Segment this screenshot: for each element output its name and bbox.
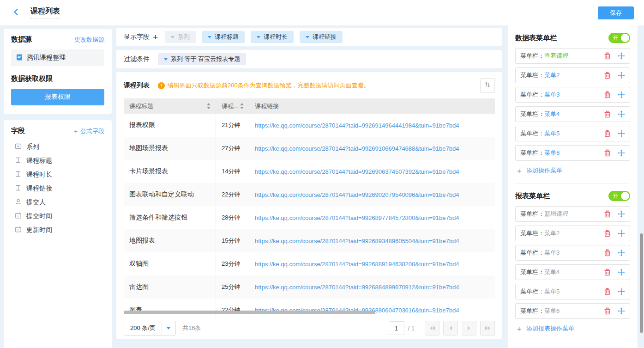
- course-link[interactable]: https://ke.qq.com/course/2870144?taid=99…: [249, 252, 495, 275]
- move-icon[interactable]: [618, 230, 625, 237]
- move-icon[interactable]: [618, 110, 625, 118]
- menu-item[interactable]: 菜单栏：菜单4: [515, 106, 630, 122]
- course-link[interactable]: https://ke.qq.com/course/2870144?taid=99…: [249, 206, 495, 229]
- menu-item[interactable]: 菜单栏：菜单4: [515, 264, 630, 280]
- display-fields-card: 显示字段 + 系列 课程标题 课程时长 课程链接: [116, 28, 502, 46]
- trash-icon[interactable]: [604, 72, 611, 79]
- column-header-course-duration[interactable]: 课程...: [216, 98, 249, 114]
- permission-title: 数据获取权限: [11, 74, 104, 83]
- report-permission-button[interactable]: 报表权限: [11, 89, 104, 105]
- menu-item[interactable]: 菜单栏：菜单3: [515, 87, 630, 103]
- course-title-cell: 图表联动和自定义联动: [124, 183, 216, 206]
- trash-icon[interactable]: [604, 91, 611, 98]
- trash-icon[interactable]: [604, 307, 611, 315]
- column-header-course-title[interactable]: 课程标题: [124, 98, 216, 114]
- report-menubar-title: 报表菜单栏: [515, 192, 550, 201]
- trash-icon[interactable]: [604, 130, 611, 137]
- add-report-operation-menu-link[interactable]: ＋ 添加报表操作菜单: [515, 324, 630, 333]
- back-button[interactable]: [12, 8, 20, 18]
- move-icon[interactable]: [618, 52, 625, 60]
- prev-page-button[interactable]: [443, 321, 458, 336]
- field-item-course-title[interactable]: 课程标题: [11, 154, 104, 168]
- display-field-tag-course-title[interactable]: 课程标题: [202, 31, 245, 43]
- add-formula-field-link[interactable]: ＋ 公式字段: [72, 127, 104, 135]
- move-icon[interactable]: [618, 91, 625, 98]
- menu-item[interactable]: 菜单栏：查看课程: [515, 48, 630, 64]
- display-field-tag-course-duration[interactable]: 课程时长: [251, 31, 294, 43]
- field-item-series[interactable]: 系列: [11, 140, 104, 154]
- move-icon[interactable]: [618, 210, 625, 218]
- field-item-submit-time[interactable]: 提交时间: [11, 209, 104, 223]
- move-icon[interactable]: [618, 269, 625, 276]
- field-item-course-duration[interactable]: 课程时长: [11, 168, 104, 182]
- course-link[interactable]: https://ke.qq.com/course/2870144?taid=99…: [249, 114, 495, 137]
- report-menubar-toggle[interactable]: 开: [608, 191, 630, 201]
- field-item-course-link[interactable]: 课程链接: [11, 182, 104, 195]
- move-icon[interactable]: [618, 130, 625, 137]
- change-datasource-link[interactable]: 更改数据源: [74, 36, 104, 44]
- row-order-button[interactable]: [480, 78, 495, 93]
- trash-icon[interactable]: [604, 110, 611, 118]
- fields-list: 系列 课程标题 课程时长 课程链接 提交人 提交时间: [11, 140, 104, 237]
- menu-item[interactable]: 菜单栏：菜单5: [515, 126, 630, 141]
- course-title-cell: 双轴图: [124, 252, 216, 275]
- field-item-submitter[interactable]: 提交人: [11, 195, 104, 209]
- next-page-button[interactable]: [462, 321, 476, 336]
- menu-item[interactable]: 菜单栏：菜单2: [515, 226, 630, 241]
- field-item-update-time[interactable]: 更新时间: [11, 223, 104, 237]
- course-link[interactable]: https://ke.qq.com/course/2870144?taid=99…: [249, 229, 495, 252]
- move-icon[interactable]: [618, 288, 625, 295]
- move-icon[interactable]: [618, 72, 625, 79]
- page-size-select[interactable]: 200 条/页: [124, 321, 176, 336]
- trash-icon[interactable]: [604, 288, 611, 295]
- filter-condition-tag[interactable]: 系列 等于 百宝云报表专题: [158, 53, 246, 65]
- datatable-menubar-toggle[interactable]: 开: [608, 33, 630, 43]
- total-pages: / 1: [408, 325, 415, 332]
- plus-icon: ＋: [515, 325, 523, 333]
- horizontal-scrollbar[interactable]: [124, 311, 375, 314]
- display-field-tag-course-link[interactable]: 课程链接: [300, 31, 343, 43]
- datasource-item[interactable]: 腾讯课程整理: [11, 49, 104, 66]
- save-button[interactable]: 保存: [598, 6, 634, 19]
- main-content: 显示字段 + 系列 课程标题 课程时长 课程链接 过滤条件 系列 等于 百宝云报…: [116, 28, 502, 339]
- trash-icon[interactable]: [604, 210, 611, 218]
- vertical-scrollbar[interactable]: [640, 233, 643, 333]
- course-link[interactable]: https://ke.qq.com/course/2870144?taid=99…: [249, 275, 495, 299]
- table-title: 课程列表: [124, 81, 150, 90]
- display-field-tag-series[interactable]: 系列: [165, 31, 196, 43]
- sort-carets-icon[interactable]: [240, 103, 244, 109]
- menu-item[interactable]: 菜单栏：菜单6: [515, 145, 630, 161]
- course-link[interactable]: https://ke.qq.com/course/2870144?taid=99…: [249, 183, 495, 206]
- current-page-input[interactable]: 1: [389, 321, 404, 335]
- course-duration-cell: 27分钟: [216, 137, 249, 160]
- last-page-button[interactable]: [480, 321, 495, 336]
- course-link[interactable]: https://ke.qq.com/course/2870144?taid=99…: [249, 160, 495, 183]
- trash-icon[interactable]: [604, 269, 611, 276]
- menu-item[interactable]: 菜单栏：菜单5: [515, 284, 630, 299]
- menu-settings-panel: 数据表菜单栏 开 菜单栏：查看课程 菜单栏：菜单2 菜单栏：菜单3 菜单栏：菜单…: [508, 25, 638, 348]
- sort-carets-icon[interactable]: [207, 103, 211, 109]
- add-display-field-button[interactable]: +: [153, 33, 158, 42]
- course-link[interactable]: https://ke.qq.com/course/2870144?taid=99…: [249, 137, 495, 160]
- move-icon[interactable]: [618, 149, 625, 157]
- move-icon[interactable]: [618, 249, 625, 256]
- filter-card: 过滤条件 系列 等于 百宝云报表专题: [116, 50, 502, 68]
- chevron-right-icon: [467, 325, 471, 331]
- preview-warning: ! 编辑界面只取数据源前200条作为查询数据预览，完整数据请访问页面查看。: [158, 81, 370, 90]
- move-icon[interactable]: [618, 307, 625, 315]
- pagination-bar: 200 条/页 共16条 1 / 1: [116, 317, 502, 339]
- menu-item[interactable]: 菜单栏：新增课程: [515, 206, 630, 222]
- first-page-button[interactable]: [425, 321, 439, 336]
- trash-icon[interactable]: [604, 249, 611, 256]
- table-row: 地图场景报表 27分钟 https://ke.qq.com/course/287…: [124, 137, 495, 160]
- trash-icon[interactable]: [604, 230, 611, 237]
- filter-label: 过滤条件: [124, 55, 150, 63]
- plus-icon: ＋: [515, 167, 523, 175]
- trash-icon[interactable]: [604, 149, 611, 157]
- add-operation-menu-link[interactable]: ＋ 添加操作菜单: [515, 166, 630, 175]
- menu-item[interactable]: 菜单栏：菜单6: [515, 303, 630, 319]
- menu-item[interactable]: 菜单栏：菜单2: [515, 67, 630, 83]
- menu-item[interactable]: 菜单栏：菜单3: [515, 245, 630, 261]
- trash-icon[interactable]: [604, 52, 611, 60]
- course-duration-cell: 23分钟: [216, 252, 249, 275]
